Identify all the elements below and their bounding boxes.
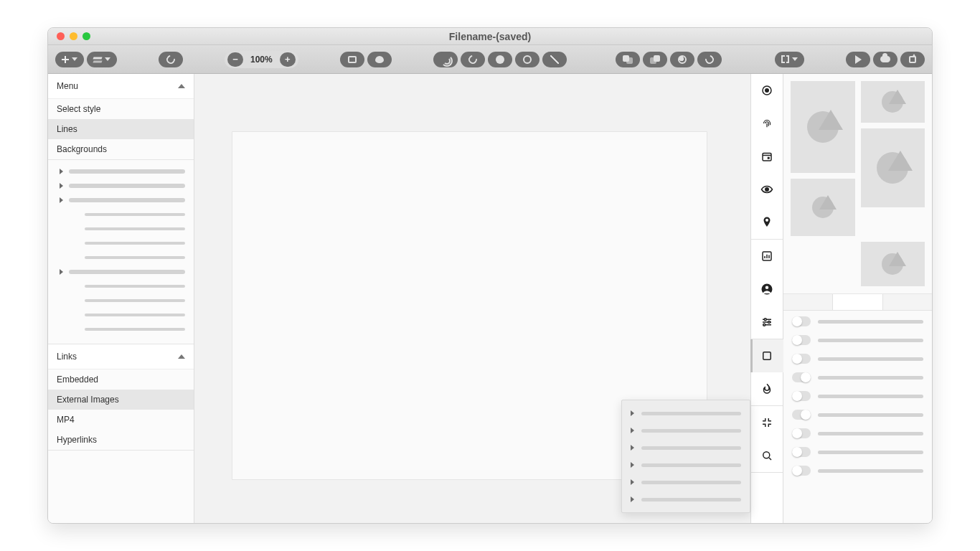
layers-button[interactable] xyxy=(87,52,117,67)
circle-fill-button[interactable] xyxy=(488,52,512,67)
rail-checkbox-button[interactable] xyxy=(750,339,783,372)
thumbnail[interactable] xyxy=(791,81,855,173)
thumbnail[interactable] xyxy=(861,242,925,286)
toggle-switch[interactable] xyxy=(792,372,811,382)
toggle-switch[interactable] xyxy=(792,466,811,476)
toggle-switch[interactable] xyxy=(792,391,811,401)
rect-icon xyxy=(348,56,357,63)
toggle-switch[interactable] xyxy=(792,354,811,364)
links-item-mp4[interactable]: MP4 xyxy=(48,410,194,430)
menu-item-backgrounds[interactable]: Backgrounds xyxy=(48,139,194,159)
subtract-button[interactable] xyxy=(643,52,667,67)
shape-button[interactable] xyxy=(367,52,392,67)
popover-item[interactable] xyxy=(622,439,750,456)
wand-button[interactable] xyxy=(542,52,567,67)
refresh-icon xyxy=(466,53,479,65)
rail-target-button[interactable] xyxy=(750,74,783,107)
union-button[interactable] xyxy=(616,52,640,67)
zoom-out-button[interactable]: − xyxy=(227,52,243,67)
inspector-tabs xyxy=(783,294,932,311)
rail-eye-button[interactable] xyxy=(750,173,783,206)
refresh-button[interactable] xyxy=(461,52,485,67)
rail-calendar-button[interactable] xyxy=(750,140,783,173)
svg-rect-2 xyxy=(763,154,771,161)
tree-item[interactable] xyxy=(48,179,194,193)
export-button[interactable] xyxy=(900,52,925,67)
popover-item[interactable] xyxy=(622,405,750,422)
sync-button[interactable] xyxy=(159,52,183,67)
exclude-button[interactable] xyxy=(697,52,722,67)
rail-pin-button[interactable] xyxy=(750,206,783,239)
tree-item[interactable] xyxy=(48,236,194,250)
popover-item[interactable] xyxy=(622,456,750,474)
play-button[interactable] xyxy=(846,52,870,67)
rail-tune-button[interactable] xyxy=(750,306,783,339)
close-window-button[interactable] xyxy=(57,32,65,40)
app-window: Filename-(saved) − 100% + xyxy=(47,27,933,524)
toggle-switch[interactable] xyxy=(792,316,811,326)
links-item-hyperlinks[interactable]: Hyperlinks xyxy=(48,430,194,450)
popover-item[interactable] xyxy=(622,422,750,439)
rail-collapse-button[interactable] xyxy=(750,406,783,439)
svg-point-10 xyxy=(763,324,765,326)
tree-item[interactable] xyxy=(48,207,194,222)
thumbnail[interactable] xyxy=(861,81,925,123)
toggle-switch[interactable] xyxy=(792,447,811,457)
tree-item[interactable] xyxy=(48,308,194,322)
ring-icon xyxy=(523,55,532,64)
inspector-tab-2[interactable] xyxy=(833,294,882,310)
tree-item[interactable] xyxy=(48,279,194,293)
popover-item[interactable] xyxy=(622,491,750,508)
layout-button[interactable] xyxy=(775,52,804,67)
menu-item-lines[interactable]: Lines xyxy=(48,119,194,139)
thumbnail[interactable] xyxy=(791,179,855,236)
fingerprint-icon xyxy=(760,117,773,130)
layout-icon xyxy=(781,55,789,63)
ring-button[interactable] xyxy=(515,52,540,67)
chevron-up-icon xyxy=(178,84,185,88)
minimize-window-button[interactable] xyxy=(70,32,77,40)
links-item-external-images[interactable]: External Images xyxy=(48,390,194,410)
intersect-button[interactable] xyxy=(670,52,694,67)
tree-item[interactable] xyxy=(48,164,194,179)
toggle-switch[interactable] xyxy=(792,428,811,438)
swap-button[interactable] xyxy=(433,52,458,67)
collapse-icon xyxy=(760,416,773,429)
sync-icon xyxy=(165,53,177,65)
menu-item-select-style[interactable]: Select style xyxy=(48,99,194,119)
toggle-switch[interactable] xyxy=(792,335,811,345)
frame-button[interactable] xyxy=(340,52,364,67)
exclude-icon xyxy=(703,53,715,65)
cloud-icon xyxy=(880,56,890,62)
rail-fire-button[interactable] xyxy=(750,372,783,405)
tree-panel xyxy=(48,160,194,344)
disclosure-triangle-icon xyxy=(60,269,63,275)
toggle-switch[interactable] xyxy=(792,410,811,420)
thumbnail[interactable] xyxy=(861,128,925,207)
rail-account-button[interactable] xyxy=(750,273,783,306)
rail-chart-button[interactable] xyxy=(750,240,783,273)
links-panel-header[interactable]: Links xyxy=(48,344,194,369)
add-button[interactable] xyxy=(55,52,84,67)
rail-fingerprint-button[interactable] xyxy=(750,107,783,140)
popover-item[interactable] xyxy=(622,474,750,491)
tree-item[interactable] xyxy=(48,322,194,336)
zoom-in-button[interactable]: + xyxy=(280,52,296,67)
tree-item[interactable] xyxy=(48,250,194,265)
overlap-icon xyxy=(623,55,633,64)
inspector-tab-3[interactable] xyxy=(883,294,932,310)
tree-item[interactable] xyxy=(48,222,194,236)
tree-item[interactable] xyxy=(48,265,194,279)
links-list: Embedded External Images MP4 Hyperlinks xyxy=(48,369,194,450)
toggle-row xyxy=(792,447,923,457)
svg-point-1 xyxy=(765,89,769,93)
zoom-window-button[interactable] xyxy=(83,32,90,40)
menu-style-list: Select style Lines Backgrounds xyxy=(48,99,194,159)
links-item-embedded[interactable]: Embedded xyxy=(48,369,194,390)
menu-panel-header[interactable]: Menu xyxy=(48,74,194,99)
rail-search-button[interactable] xyxy=(750,439,783,472)
tree-item[interactable] xyxy=(48,293,194,308)
inspector-tab-1[interactable] xyxy=(783,294,833,310)
cloud-button[interactable] xyxy=(873,52,897,67)
tree-item[interactable] xyxy=(48,193,194,207)
